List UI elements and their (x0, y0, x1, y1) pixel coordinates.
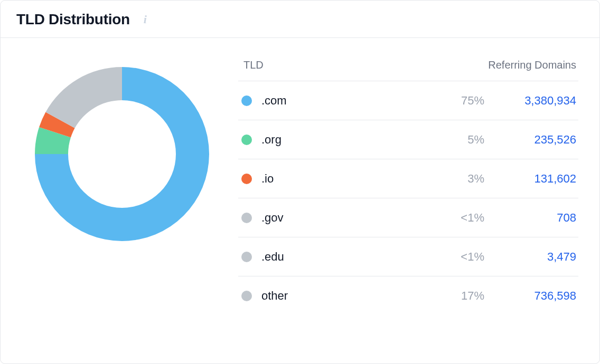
percent-value: <1% (457, 250, 499, 264)
tld-label: .com (261, 94, 457, 108)
referring-domains-value[interactable]: 235,526 (499, 133, 578, 147)
referring-domains-value[interactable]: 3,380,934 (499, 94, 578, 108)
referring-domains-value[interactable]: 3,479 (499, 250, 578, 264)
card-body: TLD Referring Domains .com75%3,380,934.o… (1, 38, 599, 362)
tld-distribution-card: TLD Distribution i TLD Referring Domains… (0, 0, 600, 364)
referring-domains-value[interactable]: 736,598 (499, 289, 578, 303)
table-row: .edu<1%3,479 (238, 237, 578, 276)
tld-label: .edu (261, 250, 457, 264)
tld-label: .gov (261, 211, 457, 225)
card-header: TLD Distribution i (1, 1, 599, 38)
column-header-referring: Referring Domains (488, 59, 578, 71)
table-row: .gov<1%708 (238, 198, 578, 237)
donut-chart-wrap (16, 54, 228, 249)
tld-label: .io (261, 172, 457, 186)
color-swatch (241, 213, 252, 223)
tld-label: other (261, 289, 457, 303)
color-swatch (241, 252, 252, 262)
percent-value: <1% (457, 211, 499, 225)
percent-value: 3% (457, 172, 499, 186)
donut-chart (27, 59, 217, 249)
referring-domains-value[interactable]: 131,602 (499, 172, 578, 186)
percent-value: 5% (457, 133, 499, 147)
column-header-tld: TLD (238, 59, 488, 71)
tld-table: TLD Referring Domains .com75%3,380,934.o… (228, 54, 578, 315)
color-swatch (241, 135, 252, 145)
table-row: .io3%131,602 (238, 159, 578, 198)
referring-domains-value[interactable]: 708 (499, 211, 578, 225)
color-swatch (241, 291, 252, 301)
percent-value: 17% (457, 289, 499, 303)
table-row: .com75%3,380,934 (238, 81, 578, 120)
card-title: TLD Distribution (16, 11, 130, 28)
table-header-row: TLD Referring Domains (238, 54, 578, 81)
tld-label: .org (261, 133, 457, 147)
color-swatch (241, 174, 252, 184)
color-swatch (241, 95, 252, 106)
table-row: .org5%235,526 (238, 120, 578, 159)
percent-value: 75% (457, 94, 499, 108)
info-icon[interactable]: i (139, 14, 151, 25)
table-row: other17%736,598 (238, 276, 578, 315)
